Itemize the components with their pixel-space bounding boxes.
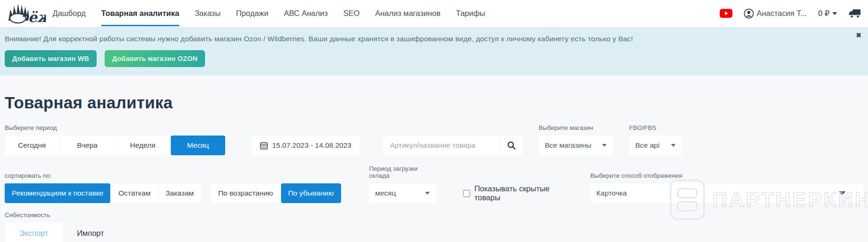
cost-label: Себестоимость — [5, 212, 863, 219]
add-shop-buttons: Добавить магазин WB Добавить магазин OZO… — [5, 50, 849, 67]
balance-dropdown[interactable]: 0 ₽ — [818, 9, 837, 18]
hedgehog-logo-icon: ёж — [5, 3, 46, 24]
chevron-down-icon — [671, 144, 676, 147]
logo-text: ёж — [28, 9, 46, 24]
display-mode-label: Выберите способ отображения — [590, 172, 863, 179]
user-account-menu[interactable]: Анастасия Т... — [744, 8, 807, 19]
order-descending-button[interactable]: По убыванию — [281, 183, 341, 203]
period-label: Выберите период — [5, 124, 225, 131]
sort-filter-group: сортировать по: Рекомендациям к поставке… — [5, 172, 341, 203]
filter-row-sort: сортировать по: Рекомендациям к поставке… — [5, 165, 863, 203]
cost-buttons: Экспорт Импорт — [5, 223, 863, 242]
chevron-down-icon — [839, 191, 845, 195]
search-group — [383, 136, 522, 155]
nav-item-tariffs[interactable]: Тарифы — [456, 0, 485, 26]
page-title: Товарная аналитика — [5, 93, 863, 112]
display-mode-select[interactable]: Карточка — [590, 183, 863, 203]
nav-item-shop-analysis[interactable]: Анализ магазинов — [375, 0, 441, 26]
search-input[interactable] — [383, 136, 500, 155]
api-label: FBO/FBS — [629, 124, 682, 131]
spacer — [202, 183, 210, 203]
period-month-button[interactable]: Месяц — [171, 136, 225, 155]
shop-select[interactable]: Все магазины — [539, 136, 613, 155]
period-segmented-control: Сегодня Вчера Неделя Месяц — [5, 136, 225, 155]
import-button[interactable]: Импорт — [77, 223, 104, 242]
warning-banner-text: Внимание! Для корректной работы системы … — [5, 35, 849, 43]
api-filter-group: FBO/FBS Все api — [629, 124, 682, 155]
main-content: Товарная аналитика Выберите период Сегод… — [0, 76, 868, 242]
banner-close-icon[interactable]: ✖ — [856, 32, 861, 38]
main-nav: Дашборд Товарная аналитика Заказы Продаж… — [53, 0, 485, 26]
date-range-picker[interactable]: 15.07.2023 - 14.08.2023 — [252, 136, 359, 155]
cost-section: Себестоимость Экспорт Импорт — [5, 212, 863, 242]
chevron-down-icon — [425, 192, 430, 195]
warning-banner: Внимание! Для корректной работы системы … — [0, 27, 868, 76]
warehouse-period-label: Период загрузки склада — [369, 165, 439, 179]
warehouse-period-value: месяц — [375, 189, 396, 197]
sort-orders-button[interactable]: Заказам — [159, 183, 201, 203]
nav-item-seo[interactable]: SEO — [343, 0, 360, 26]
nav-item-dashboard[interactable]: Дашборд — [53, 0, 86, 26]
nav-item-orders[interactable]: Заказы — [195, 0, 221, 26]
add-ozon-shop-button[interactable]: Добавить магазин OZON — [105, 50, 205, 67]
chevron-down-icon — [602, 144, 607, 147]
balance-amount: 0 ₽ — [818, 9, 830, 18]
period-yesterday-button[interactable]: Вчера — [60, 136, 114, 155]
nav-item-product-analytics[interactable]: Товарная аналитика — [101, 0, 179, 26]
shop-select-value: Все магазины — [545, 141, 592, 150]
api-select[interactable]: Все api — [629, 136, 682, 155]
date-range-value: 15.07.2023 - 14.08.2023 — [272, 141, 351, 150]
header-right-controls: Анастасия Т... 0 ₽ — [720, 8, 861, 19]
youtube-icon[interactable] — [720, 9, 732, 18]
nav-item-sales[interactable]: Продажи — [236, 0, 268, 26]
sort-stock-button[interactable]: Остаткам — [111, 183, 158, 203]
add-wb-shop-button[interactable]: Добавить магазин WB — [5, 50, 97, 67]
search-button[interactable] — [501, 136, 522, 155]
calendar-icon — [260, 142, 268, 150]
filter-row-period: Выберите период Сегодня Вчера Неделя Мес… — [5, 124, 863, 155]
sort-label: сортировать по: — [5, 172, 341, 179]
user-name: Анастасия Т... — [757, 9, 807, 18]
order-ascending-button[interactable]: По возрастанию — [211, 183, 280, 203]
sort-buttons: Рекомендациям к поставке Остаткам Заказа… — [5, 183, 341, 203]
show-hidden-products-toggle[interactable]: Показывать скрытые товары — [463, 183, 576, 203]
display-mode-group: Выберите способ отображения Карточка — [590, 172, 863, 203]
sort-recommendations-button[interactable]: Рекомендациям к поставке — [5, 183, 110, 203]
warehouse-period-group: Период загрузки склада месяц — [369, 165, 439, 203]
display-mode-value: Карточка — [596, 189, 627, 197]
user-avatar-icon — [744, 8, 754, 19]
nav-item-abc-analysis[interactable]: АВС Анализ — [284, 0, 328, 26]
top-navigation-bar: ёж Дашборд Товарная аналитика Заказы Про… — [0, 0, 868, 27]
period-filter-group: Выберите период Сегодня Вчера Неделя Мес… — [5, 124, 225, 155]
shop-label: Выберите магазин — [539, 124, 613, 131]
search-icon — [507, 141, 516, 150]
export-button[interactable]: Экспорт — [5, 223, 63, 242]
period-today-button[interactable]: Сегодня — [5, 136, 59, 155]
period-week-button[interactable]: Неделя — [115, 136, 170, 155]
show-hidden-products-label: Показывать скрытые товары — [474, 184, 576, 202]
show-hidden-products-checkbox[interactable] — [463, 190, 470, 197]
shop-filter-group: Выберите магазин Все магазины — [539, 124, 613, 155]
truck-icon[interactable] — [848, 8, 861, 19]
warehouse-period-select[interactable]: месяц — [369, 183, 436, 203]
api-select-value: Все api — [635, 141, 660, 150]
chevron-down-icon — [832, 12, 837, 15]
app-logo[interactable]: ёж — [5, 3, 48, 24]
